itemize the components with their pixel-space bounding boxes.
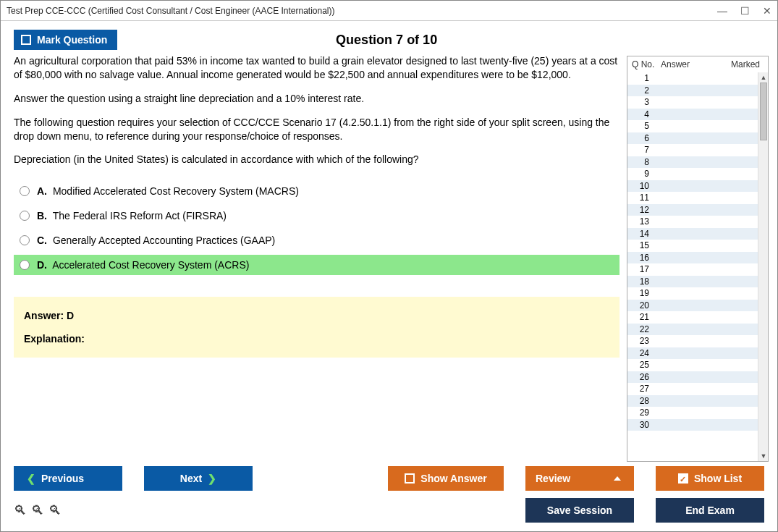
- list-item[interactable]: 25: [627, 359, 758, 371]
- option-b[interactable]: B. The Federal IRS Reform Act (FIRSRA): [14, 206, 620, 226]
- end-exam-label: End Exam: [685, 504, 735, 516]
- question-paragraph: Depreciation (in the United States) is c…: [14, 153, 620, 166]
- question-panel: An agricultural corporation that paid 53…: [14, 54, 627, 463]
- list-item[interactable]: 24: [627, 347, 758, 360]
- list-item[interactable]: 14: [627, 228, 758, 240]
- zoom-in-icon[interactable]: 🔍︎: [14, 503, 27, 518]
- option-a[interactable]: A. Modified Accelerated Cost Recovery Sy…: [14, 181, 620, 201]
- list-item[interactable]: 19: [627, 287, 758, 300]
- window-controls: — ☐ ✕: [717, 6, 771, 16]
- save-session-button[interactable]: Save Session: [525, 498, 634, 523]
- list-item[interactable]: 18: [627, 276, 758, 288]
- review-button[interactable]: Review: [525, 466, 634, 491]
- radio-icon: [20, 211, 30, 221]
- list-item[interactable]: 23: [627, 335, 758, 347]
- maximize-icon[interactable]: ☐: [740, 6, 750, 16]
- save-session-label: Save Session: [547, 504, 612, 516]
- radio-icon: [20, 235, 30, 245]
- radio-icon: [20, 186, 30, 196]
- footer-row-1: ❮ Previous Next ❯ Show Answer Review ✓ S…: [14, 466, 764, 491]
- show-list-button[interactable]: ✓ Show List: [656, 466, 764, 491]
- list-item[interactable]: 16: [627, 252, 758, 264]
- list-item[interactable]: 10: [627, 180, 758, 193]
- answer-explanation-box: Answer: D Explanation:: [14, 297, 620, 358]
- title-bar: Test Prep CCE-CCC (Certified Cost Consul…: [1, 1, 777, 21]
- list-item[interactable]: 11: [627, 192, 758, 204]
- question-counter: Question 7 of 10: [117, 33, 656, 48]
- list-item[interactable]: 1: [627, 72, 758, 85]
- list-item[interactable]: 15: [627, 240, 758, 252]
- mark-question-label: Mark Question: [37, 34, 107, 46]
- list-item[interactable]: 13: [627, 216, 758, 228]
- list-item[interactable]: 30: [627, 419, 758, 431]
- list-item[interactable]: 5: [627, 120, 758, 132]
- question-paragraph: The following question requires your sel…: [14, 116, 620, 143]
- minimize-icon[interactable]: —: [717, 6, 727, 16]
- list-item[interactable]: 27: [627, 383, 758, 395]
- scroll-thumb[interactable]: [760, 83, 767, 140]
- question-paragraph: Answer the question using a straight lin…: [14, 92, 620, 106]
- previous-label: Previous: [41, 473, 84, 484]
- footer: ❮ Previous Next ❯ Show Answer Review ✓ S…: [1, 463, 777, 531]
- option-d[interactable]: D. Accelerated Cost Recovery System (ACR…: [14, 255, 620, 275]
- checkbox-icon: [405, 473, 415, 484]
- end-exam-button[interactable]: End Exam: [656, 498, 764, 523]
- triangle-up-icon: [614, 476, 621, 481]
- list-item[interactable]: 28: [627, 395, 758, 408]
- list-item[interactable]: 21: [627, 311, 758, 324]
- option-c[interactable]: C. Generally Accepted Accounting Practic…: [14, 230, 620, 250]
- scrollbar[interactable]: ▲ ▼: [758, 72, 768, 461]
- content-area: An agricultural corporation that paid 53…: [1, 54, 777, 463]
- list-item[interactable]: 9: [627, 168, 758, 180]
- list-item[interactable]: 6: [627, 132, 758, 145]
- question-list-scroll: 1 2 3 4 5 6 7 8 9 10 11 12 13 14 15 16 1: [627, 72, 768, 461]
- footer-row-2: 🔍︎ 🔍︎ 🔍︎ Save Session End Exam: [14, 498, 764, 523]
- scroll-up-icon[interactable]: ▲: [758, 72, 768, 83]
- mark-question-button[interactable]: Mark Question: [14, 30, 117, 50]
- list-item[interactable]: 20: [627, 300, 758, 312]
- option-text: A. Modified Accelerated Cost Recovery Sy…: [37, 185, 299, 197]
- question-paragraph: An agricultural corporation that paid 53…: [14, 54, 620, 82]
- show-answer-button[interactable]: Show Answer: [388, 466, 504, 491]
- list-item[interactable]: 8: [627, 156, 758, 169]
- option-text: B. The Federal IRS Reform Act (FIRSRA): [37, 210, 227, 221]
- question-list-rows: 1 2 3 4 5 6 7 8 9 10 11 12 13 14 15 16 1: [627, 72, 758, 431]
- next-label: Next: [180, 473, 202, 484]
- list-item[interactable]: 4: [627, 109, 758, 121]
- explanation-label: Explanation:: [24, 333, 609, 345]
- show-answer-label: Show Answer: [420, 473, 486, 484]
- list-item[interactable]: 7: [627, 144, 758, 156]
- list-item[interactable]: 2: [627, 85, 758, 97]
- zoom-out-icon[interactable]: 🔍︎: [48, 503, 62, 518]
- checkbox-icon: [21, 35, 31, 45]
- previous-button[interactable]: ❮ Previous: [14, 466, 122, 491]
- chevron-left-icon: ❮: [27, 473, 35, 484]
- review-label: Review: [536, 473, 570, 484]
- top-bar: Mark Question Question 7 of 10: [1, 21, 777, 54]
- next-button[interactable]: Next ❯: [144, 466, 253, 491]
- list-item[interactable]: 26: [627, 371, 758, 384]
- list-item[interactable]: 22: [627, 324, 758, 336]
- app-window: Test Prep CCE-CCC (Certified Cost Consul…: [0, 0, 778, 532]
- window-title: Test Prep CCE-CCC (Certified Cost Consul…: [7, 6, 717, 16]
- col-qno: Q No.: [632, 59, 655, 69]
- question-list-header: Q No. Answer Marked: [627, 56, 768, 72]
- zoom-controls: 🔍︎ 🔍︎ 🔍︎: [14, 503, 62, 518]
- radio-icon: [20, 260, 30, 270]
- list-item[interactable]: 3: [627, 96, 758, 109]
- col-marked: Marked: [727, 59, 764, 69]
- col-answer: Answer: [655, 59, 727, 69]
- question-body: An agricultural corporation that paid 53…: [14, 54, 620, 177]
- list-item[interactable]: 17: [627, 263, 758, 276]
- zoom-reset-icon[interactable]: 🔍︎: [31, 503, 44, 518]
- chevron-right-icon: ❯: [208, 473, 216, 484]
- close-icon[interactable]: ✕: [763, 6, 771, 16]
- check-icon: ✓: [678, 473, 688, 484]
- list-item[interactable]: 29: [627, 407, 758, 419]
- show-list-label: Show List: [694, 473, 742, 484]
- answer-options: A. Modified Accelerated Cost Recovery Sy…: [14, 181, 620, 279]
- question-list-panel: Q No. Answer Marked 1 2 3 4 5 6 7 8 9 10…: [627, 56, 769, 462]
- scroll-down-icon[interactable]: ▼: [758, 451, 768, 461]
- list-item[interactable]: 12: [627, 204, 758, 216]
- option-text: C. Generally Accepted Accounting Practic…: [37, 235, 275, 246]
